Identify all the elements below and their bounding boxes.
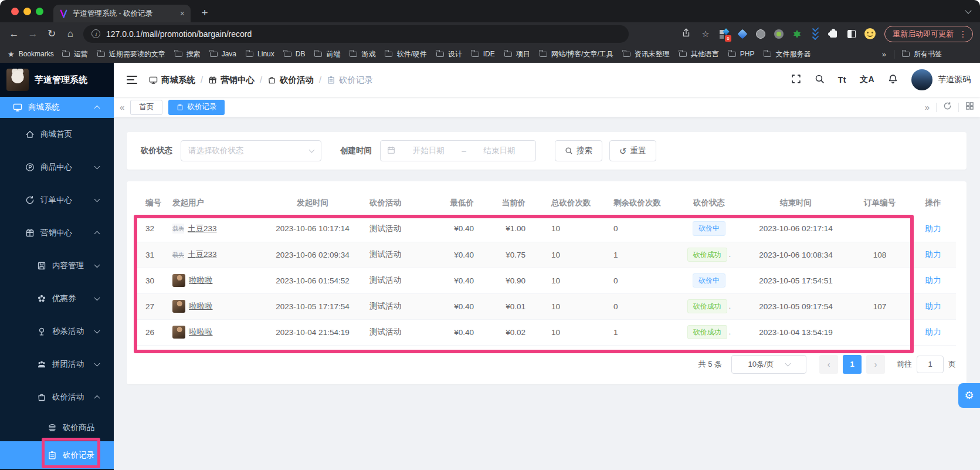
extension-layers-icon[interactable] <box>809 28 821 40</box>
language-icon[interactable]: 文A <box>860 75 874 85</box>
back-button[interactable]: ← <box>6 26 22 42</box>
bookmark-folder[interactable]: 近期需要读的文章 <box>97 49 165 59</box>
bookmark-folder[interactable]: 资讯未整理 <box>623 49 670 59</box>
user-name-link[interactable]: 啦啦啦 <box>189 275 213 286</box>
tags-scroll-left-icon[interactable]: « <box>120 102 124 112</box>
zoom-window-button[interactable] <box>36 8 43 15</box>
tab-search-chevron-icon[interactable] <box>965 7 971 13</box>
sidebar-item-mall-home[interactable]: 商城首页 <box>0 118 114 151</box>
prev-page-button[interactable]: ‹ <box>819 355 838 374</box>
reload-button[interactable]: ↻ <box>43 26 60 42</box>
bookmark-star-icon[interactable]: ☆ <box>699 29 712 39</box>
browser-menu-icon[interactable]: ⋮ <box>959 29 967 39</box>
next-page-button[interactable]: › <box>866 355 885 374</box>
goto-page-input[interactable]: 1 <box>917 356 944 373</box>
sidebar-item-bargain-activity[interactable]: 砍价活动 <box>0 381 114 414</box>
cell-total-count: 10 <box>543 268 605 293</box>
user-menu[interactable]: 芋道源码 <box>911 69 971 90</box>
close-window-button[interactable] <box>11 8 19 15</box>
extension-mosaic-icon[interactable]: 6 <box>718 28 730 40</box>
layout-grid-icon[interactable] <box>965 102 974 113</box>
sidebar-item-bargain-record[interactable]: 砍价记录 <box>0 441 114 469</box>
assist-action-link[interactable]: 助力 <box>925 250 941 259</box>
sidebar-item-coupon[interactable]: 优惠券 <box>0 282 114 315</box>
bookmarks-manager[interactable]: ★ Bookmarks <box>8 50 54 59</box>
extensions-puzzle-icon[interactable] <box>828 28 839 40</box>
cell-activity: 测试活动 <box>366 216 435 242</box>
refresh-page-icon[interactable] <box>943 102 952 113</box>
sidebar-item-groupon-activity[interactable]: 拼团活动 <box>0 348 114 381</box>
search-icon[interactable] <box>815 74 825 86</box>
home-button[interactable]: ⌂ <box>62 26 79 42</box>
bookmark-folder[interactable]: 运营 <box>62 49 88 59</box>
user-name-link[interactable]: 啦啦啦 <box>189 327 213 337</box>
forward-button[interactable]: → <box>25 26 41 42</box>
profile-avatar-icon[interactable] <box>864 28 876 40</box>
sidebar-item-mall-system[interactable]: 商城系统 <box>0 97 114 118</box>
new-tab-button[interactable]: + <box>196 5 213 21</box>
bookmark-folder[interactable]: DB <box>284 50 306 58</box>
coupon-icon <box>37 294 46 303</box>
bookmark-folder[interactable]: IDE <box>472 50 495 58</box>
user-name-link[interactable]: 土豆233 <box>188 224 217 234</box>
extension-green-star-icon[interactable] <box>791 28 803 40</box>
sidebar-item-bargain-goods[interactable]: 砍价商品 <box>0 414 114 441</box>
sidebar-item-marketing-center[interactable]: 营销中心 <box>0 217 114 249</box>
address-bar[interactable]: i 127.0.0.1/mall/promotion/bargain/recor… <box>83 25 629 43</box>
assist-action-link[interactable]: 助力 <box>925 327 941 336</box>
breadcrumb-item-bargain-activity[interactable]: 砍价活动 <box>267 75 314 86</box>
settings-gear-button[interactable]: ⚙ <box>958 383 980 408</box>
assist-action-link[interactable]: 助力 <box>925 276 941 285</box>
sidebar-item-order-center[interactable]: 订单中心 <box>0 184 114 217</box>
browser-tab[interactable]: 芋道管理系统 - 砍价记录 × <box>53 5 191 22</box>
chrome-update-pill[interactable]: 重新启动即可更新 ⋮ <box>884 26 973 42</box>
collapse-sidebar-icon[interactable] <box>127 76 137 84</box>
font-size-icon[interactable]: Tt <box>838 75 846 84</box>
tab-close-icon[interactable]: × <box>180 9 185 18</box>
bookmark-folder[interactable]: 设计 <box>436 49 462 59</box>
bookmark-folder[interactable]: 文件服务器 <box>764 49 811 59</box>
sidebar-item-label: 砍价活动 <box>52 392 84 403</box>
tag-bargain-record[interactable]: 砍价记录 <box>168 100 225 115</box>
sidebar-item-content-management[interactable]: 内容管理 <box>0 249 114 282</box>
extension-half-square-icon[interactable] <box>846 28 857 40</box>
assist-action-link[interactable]: 助力 <box>925 224 941 233</box>
breadcrumb-item-mall-system[interactable]: 商城系统 <box>149 75 195 86</box>
bookmark-folder-label: 前端 <box>326 49 340 59</box>
fullscreen-icon[interactable] <box>791 74 801 86</box>
bookmark-folder[interactable]: PHP <box>728 50 755 58</box>
gift-icon <box>25 228 35 238</box>
share-icon[interactable] <box>680 28 693 39</box>
page-size-select[interactable]: 10条/页 <box>731 355 806 374</box>
extension-gem-icon[interactable] <box>737 28 748 40</box>
tag-home[interactable]: 首页 <box>130 100 162 115</box>
assist-action-link[interactable]: 助力 <box>925 302 941 310</box>
status-filter-select[interactable]: 请选择砍价状态 <box>181 140 321 161</box>
bookmark-folder[interactable]: 其他语言 <box>679 49 719 59</box>
current-page-button[interactable]: 1 <box>843 355 862 374</box>
bookmark-folder[interactable]: 搜索 <box>175 49 201 59</box>
tags-scroll-right-icon[interactable]: » <box>925 102 930 112</box>
sidebar-item-product-center[interactable]: 商品中心 <box>0 151 114 184</box>
bookmark-folder[interactable]: 前端 <box>314 49 340 59</box>
sidebar-item-seckill-activity[interactable]: 秒杀活动 <box>0 315 114 348</box>
all-bookmarks[interactable]: 所有书签 <box>902 49 942 59</box>
notification-bell-icon[interactable] <box>888 74 898 86</box>
bookmark-folder[interactable]: 网站/博客/文章/工具 <box>540 49 613 59</box>
bookmark-folder[interactable]: 软件/硬件 <box>385 49 426 59</box>
bookmarks-overflow-icon[interactable]: » <box>882 50 886 59</box>
bookmark-folder[interactable]: Linux <box>246 50 274 58</box>
extension-globe-icon[interactable] <box>755 28 767 40</box>
user-name-link[interactable]: 土豆233 <box>188 249 217 260</box>
user-name-link[interactable]: 啦啦啦 <box>189 301 213 312</box>
search-button[interactable]: 搜索 <box>555 140 602 161</box>
extension-green-dot-icon[interactable] <box>773 28 785 40</box>
reset-button[interactable]: ↺ 重置 <box>609 140 656 161</box>
bookmark-folder[interactable]: 项目 <box>504 49 530 59</box>
bookmark-folder[interactable]: Java <box>210 50 236 58</box>
breadcrumb-item-marketing-center[interactable]: 营销中心 <box>208 75 255 86</box>
bookmark-folder[interactable]: 游戏 <box>350 49 375 59</box>
date-range-picker[interactable]: 开始日期 – 结束日期 <box>380 140 536 161</box>
minimize-window-button[interactable] <box>23 8 31 15</box>
site-info-icon[interactable]: i <box>91 29 100 38</box>
